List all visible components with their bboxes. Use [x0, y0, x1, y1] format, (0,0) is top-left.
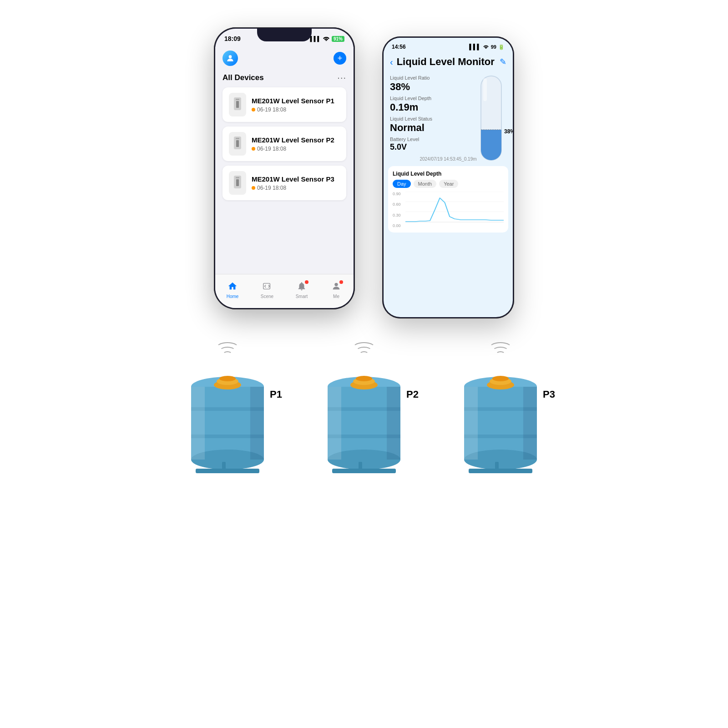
ratio-value: 38%: [390, 81, 465, 93]
wave-arc-inner: [496, 351, 505, 357]
barrel-p3: [455, 364, 546, 478]
device-card-p1[interactable]: ME201W Level Sensor P1 06-19 18:08: [222, 87, 346, 122]
device-time-p2: 06-19 18:08: [252, 146, 340, 152]
tab-smart-label: Smart: [296, 294, 308, 299]
location-dot: [252, 186, 255, 190]
svg-rect-6: [236, 140, 239, 147]
smart-badge: [305, 280, 308, 284]
device-card-p2[interactable]: ME201W Level Sensor P2 06-19 18:08: [222, 126, 346, 161]
edit-button[interactable]: ✎: [500, 57, 506, 67]
devices-title-row: All Devices ···: [222, 72, 346, 83]
phone1-status-icons: ▌▌▌ 91%: [310, 35, 344, 42]
tab-month[interactable]: Month: [414, 180, 437, 188]
home-icon: [228, 281, 238, 293]
signal-icon2: ▌▌▌: [469, 44, 481, 50]
svg-rect-3: [236, 101, 239, 108]
phone2-status-bar: 14:56 ▌▌▌ 99 🔋: [384, 38, 513, 54]
signal-waves-p1: [209, 337, 246, 359]
signal-waves-p2: [346, 337, 382, 359]
tab-home[interactable]: Home: [221, 281, 244, 299]
status-label: Liquid Level Status: [390, 116, 465, 121]
more-menu[interactable]: ···: [337, 72, 346, 83]
device-time-p3: 06-19 18:08: [252, 185, 340, 191]
ratio-label: Liquid Level Ratio: [390, 75, 465, 81]
add-device-button[interactable]: +: [334, 52, 346, 65]
svg-rect-60: [469, 469, 532, 473]
phone1-header: +: [215, 47, 354, 71]
svg-rect-9: [236, 179, 239, 186]
device-card-p3[interactable]: ME201W Level Sensor P3 06-19 18:08: [222, 166, 346, 200]
svg-point-31: [219, 376, 236, 381]
phone2-frame: 14:56 ▌▌▌ 99 🔋 ‹ Liquid Level Monitor ✎: [382, 36, 514, 318]
ratio-metric: Liquid Level Ratio 38%: [390, 75, 465, 93]
svg-point-57: [492, 376, 509, 381]
battery-label: 91%: [332, 36, 344, 42]
phone1-inner: 18:09 ▌▌▌ 91% +: [215, 29, 354, 308]
devices-section: All Devices ··· ME201W Level Sensor P1: [215, 71, 354, 208]
tab-year[interactable]: Year: [439, 180, 458, 188]
tank-visual: 38%: [474, 71, 508, 172]
monitor-title: Liquid Level Monitor: [397, 56, 496, 68]
svg-point-44: [356, 376, 372, 381]
tank-item-p1: P1: [182, 337, 273, 478]
wifi-icon: [323, 35, 330, 42]
device-info-p2: ME201W Level Sensor P2 06-19 18:08: [252, 136, 340, 152]
svg-point-11: [334, 283, 338, 286]
tank-pct: 38%: [504, 128, 513, 135]
tab-smart[interactable]: Smart: [290, 281, 313, 299]
tab-me[interactable]: Me: [325, 281, 348, 299]
monitor-body: Liquid Level Ratio 38% Liquid Level Dept…: [384, 71, 513, 152]
chart-y-labels: 0.90 0.60 0.30 0.00: [393, 192, 401, 228]
back-button[interactable]: ‹: [390, 57, 393, 67]
svg-rect-54: [523, 387, 537, 460]
signal-icon: ▌▌▌: [310, 36, 321, 41]
tab-bar: Home Scene Smart: [215, 274, 354, 308]
svg-point-0: [229, 55, 232, 58]
devices-title: All Devices: [222, 73, 264, 82]
tank-item-p2: P2: [318, 337, 410, 478]
wifi-icon2: [483, 44, 489, 50]
device-name-p2: ME201W Level Sensor P2: [252, 136, 340, 144]
battery-value-display: 5.0V: [390, 142, 465, 152]
tab-day[interactable]: Day: [393, 180, 411, 188]
wave-arc-inner: [359, 351, 369, 357]
svg-rect-14: [481, 130, 501, 160]
chart-line-svg: [405, 192, 504, 222]
barrel-p2-container: P2: [318, 364, 410, 478]
scene-icon: [262, 281, 272, 293]
bottom-section: P1: [0, 318, 728, 478]
depth-label: Liquid Level Depth: [390, 96, 465, 101]
tank-item-p3: P3: [455, 337, 546, 478]
wave-arc-inner: [223, 351, 232, 357]
device-name-p3: ME201W Level Sensor P3: [252, 175, 340, 183]
phone-notch: [257, 29, 312, 41]
barrel-p3-container: P3: [455, 364, 546, 478]
svg-rect-8: [236, 177, 239, 178]
svg-rect-34: [196, 469, 259, 473]
svg-rect-27: [191, 387, 205, 460]
tab-scene-label: Scene: [261, 294, 273, 299]
tab-me-label: Me: [333, 294, 339, 299]
status-metric: Liquid Level Status Normal: [390, 116, 465, 134]
me-badge: [339, 280, 343, 284]
svg-rect-53: [464, 387, 478, 460]
device-icon-p1: [229, 93, 246, 116]
tab-home-label: Home: [227, 294, 239, 299]
top-section: 18:09 ▌▌▌ 91% +: [0, 0, 728, 318]
location-dot: [252, 147, 255, 151]
phone1-frame: 18:09 ▌▌▌ 91% +: [214, 27, 355, 309]
battery-value2: 99: [491, 44, 496, 50]
device-name-p1: ME201W Level Sensor P1: [252, 97, 340, 105]
y-label-0.60: 0.60: [393, 202, 401, 207]
signal-waves-p3: [482, 337, 519, 359]
chart-title: Liquid Level Depth: [393, 171, 504, 177]
device-icon-p2: [229, 132, 246, 156]
depth-metric: Liquid Level Depth 0.19m: [390, 96, 465, 113]
y-label-0.00: 0.00: [393, 223, 401, 228]
metrics-panel: Liquid Level Ratio 38% Liquid Level Dept…: [390, 75, 465, 152]
svg-rect-47: [332, 469, 396, 473]
smart-icon: [297, 281, 307, 293]
phone2-inner: 14:56 ▌▌▌ 99 🔋 ‹ Liquid Level Monitor ✎: [384, 38, 513, 317]
tab-scene[interactable]: Scene: [256, 281, 278, 299]
svg-rect-40: [328, 387, 341, 460]
